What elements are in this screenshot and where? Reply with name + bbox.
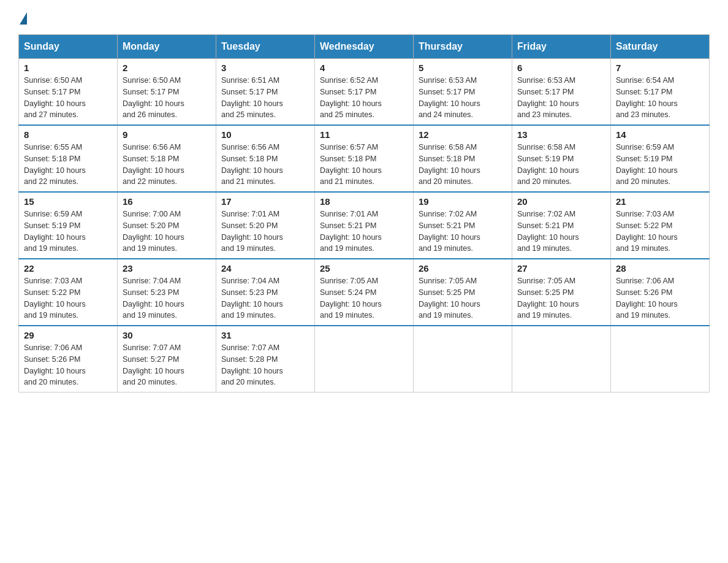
day-number: 10	[221, 129, 309, 140]
header-saturday: Saturday	[611, 35, 710, 59]
calendar-cell: 10 Sunrise: 6:56 AM Sunset: 5:18 PM Dayl…	[216, 125, 315, 192]
day-info: Sunrise: 6:56 AM Sunset: 5:18 PM Dayligh…	[123, 142, 211, 188]
week-row-5: 29 Sunrise: 7:06 AM Sunset: 5:26 PM Dayl…	[19, 326, 710, 393]
day-info: Sunrise: 6:53 AM Sunset: 5:17 PM Dayligh…	[419, 75, 507, 121]
day-info: Sunrise: 6:50 AM Sunset: 5:17 PM Dayligh…	[123, 75, 211, 121]
week-row-2: 8 Sunrise: 6:55 AM Sunset: 5:18 PM Dayli…	[19, 125, 710, 192]
calendar-cell: 11 Sunrise: 6:57 AM Sunset: 5:18 PM Dayl…	[315, 125, 414, 192]
day-info: Sunrise: 7:02 AM Sunset: 5:21 PM Dayligh…	[517, 209, 605, 255]
calendar-cell: 21 Sunrise: 7:03 AM Sunset: 5:22 PM Dayl…	[611, 192, 710, 259]
calendar-cell: 5 Sunrise: 6:53 AM Sunset: 5:17 PM Dayli…	[414, 59, 512, 126]
day-number: 3	[221, 63, 309, 73]
logo-triangle-icon	[20, 12, 27, 25]
day-info: Sunrise: 7:07 AM Sunset: 5:27 PM Dayligh…	[123, 342, 211, 388]
day-number: 28	[616, 263, 704, 274]
calendar-cell	[512, 326, 611, 393]
calendar-cell: 3 Sunrise: 6:51 AM Sunset: 5:17 PM Dayli…	[216, 59, 315, 126]
calendar-cell: 18 Sunrise: 7:01 AM Sunset: 5:21 PM Dayl…	[315, 192, 414, 259]
calendar-cell	[611, 326, 710, 393]
day-number: 11	[320, 129, 408, 140]
calendar-cell: 28 Sunrise: 7:06 AM Sunset: 5:26 PM Dayl…	[611, 259, 710, 326]
day-number: 31	[221, 330, 309, 340]
day-number: 14	[616, 129, 704, 140]
day-info: Sunrise: 6:59 AM Sunset: 5:19 PM Dayligh…	[24, 209, 112, 255]
calendar-cell: 17 Sunrise: 7:01 AM Sunset: 5:20 PM Dayl…	[216, 192, 315, 259]
page-header	[18, 12, 710, 22]
calendar-cell: 12 Sunrise: 6:58 AM Sunset: 5:18 PM Dayl…	[414, 125, 512, 192]
day-info: Sunrise: 7:06 AM Sunset: 5:26 PM Dayligh…	[616, 275, 704, 321]
day-number: 1	[24, 63, 112, 73]
header-tuesday: Tuesday	[216, 35, 315, 59]
day-number: 25	[320, 263, 408, 274]
day-info: Sunrise: 7:04 AM Sunset: 5:23 PM Dayligh…	[123, 275, 211, 321]
week-row-1: 1 Sunrise: 6:50 AM Sunset: 5:17 PM Dayli…	[19, 59, 710, 126]
header-sunday: Sunday	[19, 35, 118, 59]
day-number: 21	[616, 196, 704, 207]
day-info: Sunrise: 7:05 AM Sunset: 5:24 PM Dayligh…	[320, 275, 408, 321]
day-number: 30	[123, 330, 211, 340]
calendar-cell: 24 Sunrise: 7:04 AM Sunset: 5:23 PM Dayl…	[216, 259, 315, 326]
calendar-cell: 6 Sunrise: 6:53 AM Sunset: 5:17 PM Dayli…	[512, 59, 611, 126]
day-info: Sunrise: 6:54 AM Sunset: 5:17 PM Dayligh…	[616, 75, 704, 121]
day-info: Sunrise: 7:01 AM Sunset: 5:20 PM Dayligh…	[221, 209, 309, 255]
day-number: 5	[419, 63, 507, 73]
day-number: 24	[221, 263, 309, 274]
header-wednesday: Wednesday	[315, 35, 414, 59]
calendar-header-row: SundayMondayTuesdayWednesdayThursdayFrid…	[19, 35, 710, 59]
day-info: Sunrise: 7:00 AM Sunset: 5:20 PM Dayligh…	[123, 209, 211, 255]
day-number: 2	[123, 63, 211, 73]
calendar-cell: 15 Sunrise: 6:59 AM Sunset: 5:19 PM Dayl…	[19, 192, 118, 259]
day-info: Sunrise: 6:58 AM Sunset: 5:19 PM Dayligh…	[517, 142, 605, 188]
calendar-cell: 27 Sunrise: 7:05 AM Sunset: 5:25 PM Dayl…	[512, 259, 611, 326]
calendar-cell: 29 Sunrise: 7:06 AM Sunset: 5:26 PM Dayl…	[19, 326, 118, 393]
logo-text	[18, 12, 28, 25]
day-info: Sunrise: 6:56 AM Sunset: 5:18 PM Dayligh…	[221, 142, 309, 188]
day-number: 17	[221, 196, 309, 207]
week-row-3: 15 Sunrise: 6:59 AM Sunset: 5:19 PM Dayl…	[19, 192, 710, 259]
calendar-cell: 7 Sunrise: 6:54 AM Sunset: 5:17 PM Dayli…	[611, 59, 710, 126]
calendar-table: SundayMondayTuesdayWednesdayThursdayFrid…	[18, 34, 710, 393]
header-monday: Monday	[118, 35, 216, 59]
calendar-cell: 8 Sunrise: 6:55 AM Sunset: 5:18 PM Dayli…	[19, 125, 118, 192]
day-number: 12	[419, 129, 507, 140]
day-number: 18	[320, 196, 408, 207]
calendar-cell: 19 Sunrise: 7:02 AM Sunset: 5:21 PM Dayl…	[414, 192, 512, 259]
day-info: Sunrise: 7:06 AM Sunset: 5:26 PM Dayligh…	[24, 342, 112, 388]
day-info: Sunrise: 7:04 AM Sunset: 5:23 PM Dayligh…	[221, 275, 309, 321]
calendar-cell: 22 Sunrise: 7:03 AM Sunset: 5:22 PM Dayl…	[19, 259, 118, 326]
header-friday: Friday	[512, 35, 611, 59]
calendar-cell	[315, 326, 414, 393]
calendar-cell	[414, 326, 512, 393]
day-number: 26	[419, 263, 507, 274]
calendar-cell: 2 Sunrise: 6:50 AM Sunset: 5:17 PM Dayli…	[118, 59, 216, 126]
day-number: 27	[517, 263, 605, 274]
day-number: 8	[24, 129, 112, 140]
day-info: Sunrise: 6:52 AM Sunset: 5:17 PM Dayligh…	[320, 75, 408, 121]
day-number: 13	[517, 129, 605, 140]
calendar-cell: 23 Sunrise: 7:04 AM Sunset: 5:23 PM Dayl…	[118, 259, 216, 326]
day-number: 19	[419, 196, 507, 207]
day-info: Sunrise: 7:03 AM Sunset: 5:22 PM Dayligh…	[24, 275, 112, 321]
day-number: 16	[123, 196, 211, 207]
day-number: 23	[123, 263, 211, 274]
day-info: Sunrise: 6:51 AM Sunset: 5:17 PM Dayligh…	[221, 75, 309, 121]
week-row-4: 22 Sunrise: 7:03 AM Sunset: 5:22 PM Dayl…	[19, 259, 710, 326]
calendar-cell: 31 Sunrise: 7:07 AM Sunset: 5:28 PM Dayl…	[216, 326, 315, 393]
day-info: Sunrise: 7:05 AM Sunset: 5:25 PM Dayligh…	[517, 275, 605, 321]
day-info: Sunrise: 6:53 AM Sunset: 5:17 PM Dayligh…	[517, 75, 605, 121]
logo	[18, 12, 28, 22]
header-thursday: Thursday	[414, 35, 512, 59]
day-info: Sunrise: 6:58 AM Sunset: 5:18 PM Dayligh…	[419, 142, 507, 188]
day-number: 22	[24, 263, 112, 274]
day-number: 15	[24, 196, 112, 207]
day-info: Sunrise: 6:50 AM Sunset: 5:17 PM Dayligh…	[24, 75, 112, 121]
day-number: 29	[24, 330, 112, 340]
day-info: Sunrise: 7:05 AM Sunset: 5:25 PM Dayligh…	[419, 275, 507, 321]
day-info: Sunrise: 6:55 AM Sunset: 5:18 PM Dayligh…	[24, 142, 112, 188]
calendar-cell: 25 Sunrise: 7:05 AM Sunset: 5:24 PM Dayl…	[315, 259, 414, 326]
calendar-cell: 30 Sunrise: 7:07 AM Sunset: 5:27 PM Dayl…	[118, 326, 216, 393]
day-info: Sunrise: 7:02 AM Sunset: 5:21 PM Dayligh…	[419, 209, 507, 255]
day-info: Sunrise: 6:59 AM Sunset: 5:19 PM Dayligh…	[616, 142, 704, 188]
calendar-cell: 20 Sunrise: 7:02 AM Sunset: 5:21 PM Dayl…	[512, 192, 611, 259]
day-number: 20	[517, 196, 605, 207]
